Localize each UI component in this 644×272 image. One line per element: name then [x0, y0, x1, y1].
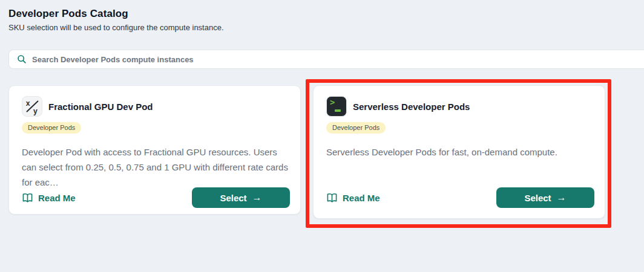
open-book-icon [326, 193, 338, 203]
read-me-label: Read Me [38, 193, 76, 203]
select-button[interactable]: Select → [496, 187, 594, 208]
card-fractional-gpu-dev-pod: x y Fractional GPU Dev Pod Developer Pod… [8, 85, 301, 215]
select-label: Select [220, 193, 246, 203]
page-subtitle: SKU selection will be used to configure … [8, 23, 224, 32]
arrow-right-icon: → [557, 193, 567, 202]
terminal-prompt-glyph: > [330, 97, 335, 107]
select-button[interactable]: Select → [192, 187, 290, 208]
terminal-cursor [335, 109, 341, 112]
search-bar [8, 50, 644, 69]
page-title: Developer Pods Catalog [8, 8, 128, 20]
terminal-icon: > [326, 96, 347, 117]
card-footer: Read Me Select → [326, 187, 594, 208]
search-icon [17, 54, 27, 64]
card-description: Serverless Developer Pods for fast, on-d… [326, 144, 597, 160]
read-me-link[interactable]: Read Me [326, 193, 380, 203]
card-serverless-developer-pods: > Serverless Developer Pods Developer Po… [313, 85, 605, 219]
open-book-icon [22, 193, 33, 203]
read-me-link[interactable]: Read Me [22, 193, 76, 203]
fraction-xy-icon: x y [22, 96, 42, 117]
arrow-right-icon: → [252, 193, 262, 202]
card-description: Developer Pod with access to Fractional … [22, 144, 293, 190]
card-footer: Read Me Select → [22, 187, 290, 208]
select-label: Select [524, 193, 551, 203]
category-badge: Developer Pods [326, 122, 386, 134]
svg-text:y: y [33, 107, 38, 115]
card-title: Fractional GPU Dev Pod [48, 102, 153, 112]
read-me-label: Read Me [343, 193, 380, 203]
category-badge: Developer Pods [22, 122, 81, 134]
card-title: Serverless Developer Pods [353, 102, 470, 112]
search-input[interactable] [32, 50, 644, 68]
svg-text:x: x [26, 99, 30, 108]
